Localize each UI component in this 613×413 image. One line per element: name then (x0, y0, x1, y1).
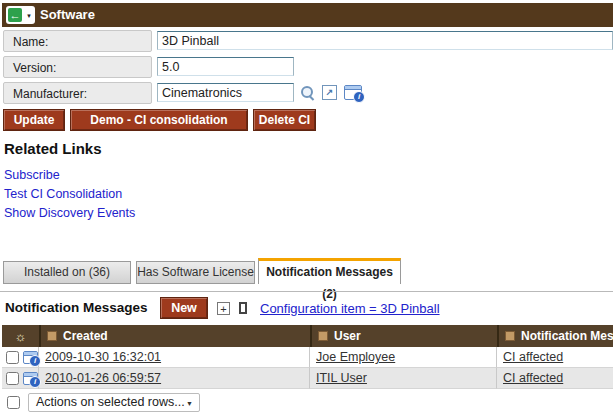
section-divider (0, 291, 613, 292)
tab-installed-on[interactable]: Installed on (36) (3, 261, 131, 284)
column-cube-icon (505, 331, 515, 341)
software-form-page: ← ▼ Software Name: Version: Manufacturer… (0, 0, 613, 413)
version-label: Version: (3, 56, 152, 78)
lookup-icon[interactable] (300, 85, 315, 100)
demo-ci-consolidation-button[interactable]: Demo - CI consolidation (70, 109, 248, 131)
info-i-icon: i (29, 376, 41, 388)
select-all-checkbox[interactable] (7, 396, 20, 409)
column-header-label: User (334, 329, 361, 343)
title-bar: ← ▼ Software (2, 3, 613, 27)
manufacturer-icons: ↗ i (300, 85, 362, 100)
manufacturer-label: Manufacturer: (3, 82, 152, 104)
column-cube-icon (318, 331, 328, 341)
message-cell: CI affected (497, 368, 613, 389)
new-button[interactable]: New (160, 297, 208, 319)
column-cube-icon (47, 331, 57, 341)
actions-select-value: Actions on selected rows... (36, 394, 185, 411)
row-select-cell: i (2, 368, 39, 389)
info-i-icon: i (353, 91, 365, 103)
user-link[interactable]: ITIL User (316, 371, 367, 385)
table-row: i 2009-10-30 16:32:01 Joe Employee CI af… (2, 347, 613, 368)
related-link-test-ci-consolidation[interactable]: Test CI Consolidation (4, 187, 122, 201)
related-link-subscribe[interactable]: Subscribe (4, 168, 60, 182)
created-cell: 2009-10-30 16:32:01 (39, 347, 310, 368)
created-link[interactable]: 2009-10-30 16:32:01 (45, 350, 161, 364)
message-link[interactable]: CI affected (503, 350, 563, 364)
preview-record-icon[interactable]: i (23, 351, 38, 364)
user-cell: ITIL User (310, 368, 497, 389)
lookup-icon-handle (309, 95, 315, 101)
row-checkbox[interactable] (6, 372, 19, 385)
column-header-user[interactable]: User (310, 325, 497, 347)
open-reference-icon[interactable]: ↗ (322, 85, 337, 100)
manufacturer-input[interactable] (157, 83, 294, 102)
row-select-cell: i (2, 347, 39, 368)
back-arrow-icon[interactable]: ← (8, 8, 22, 22)
related-links-heading: Related Links (4, 140, 102, 157)
reference-info-icon[interactable]: i (344, 85, 362, 100)
info-i-icon: i (29, 355, 41, 367)
column-header-notification-message[interactable]: Notification Message (497, 325, 613, 347)
reference-info-icon-bar (345, 86, 361, 90)
actions-on-selected-rows-select[interactable]: Actions on selected rows... ▼ (28, 393, 200, 412)
collapse-list-icon[interactable] (239, 302, 247, 314)
column-header-created[interactable]: Created (39, 325, 310, 347)
form-row-version: Version: (3, 56, 613, 80)
column-header-label: Notification Message (521, 329, 613, 343)
tab-notification-messages[interactable]: Notification Messages (2) (258, 258, 401, 284)
user-cell: Joe Employee (310, 347, 497, 368)
table-header-row: ☼ Created User Notification Message (2, 325, 613, 347)
form-row-name: Name: (3, 30, 613, 54)
column-header-label: Created (63, 329, 108, 343)
user-link[interactable]: Joe Employee (316, 350, 395, 364)
delete-ci-button[interactable]: Delete CI (253, 109, 316, 131)
created-cell: 2010-01-26 06:59:57 (39, 368, 310, 389)
update-button[interactable]: Update (3, 109, 65, 131)
created-link[interactable]: 2010-01-26 06:59:57 (45, 371, 161, 385)
list-title: Notification Messages (5, 300, 148, 315)
back-button[interactable]: ← ▼ (6, 6, 35, 24)
filter-breadcrumb-link[interactable]: Configuration item = 3D Pinball (260, 301, 440, 316)
message-cell: CI affected (497, 347, 613, 368)
table-row: i 2010-01-26 06:59:57 ITIL User CI affec… (2, 368, 613, 389)
back-menu-caret-icon[interactable]: ▼ (26, 13, 32, 19)
expand-list-icon[interactable]: + (217, 302, 230, 315)
name-label: Name: (3, 30, 152, 52)
row-checkbox[interactable] (6, 351, 19, 364)
name-input[interactable] (157, 31, 613, 50)
version-input[interactable] (157, 57, 294, 76)
dropdown-caret-icon: ▼ (186, 400, 193, 407)
message-link[interactable]: CI affected (503, 371, 563, 385)
form-row-manufacturer: Manufacturer: ↗ i (3, 82, 613, 106)
page-title: Software (40, 3, 95, 27)
related-link-show-discovery-events[interactable]: Show Discovery Events (4, 206, 135, 220)
tab-has-software-license[interactable]: Has Software License (136, 261, 255, 284)
gear-icon[interactable]: ☼ (15, 330, 27, 343)
preview-record-icon[interactable]: i (23, 372, 38, 385)
personalize-list-header[interactable]: ☼ (2, 325, 39, 347)
